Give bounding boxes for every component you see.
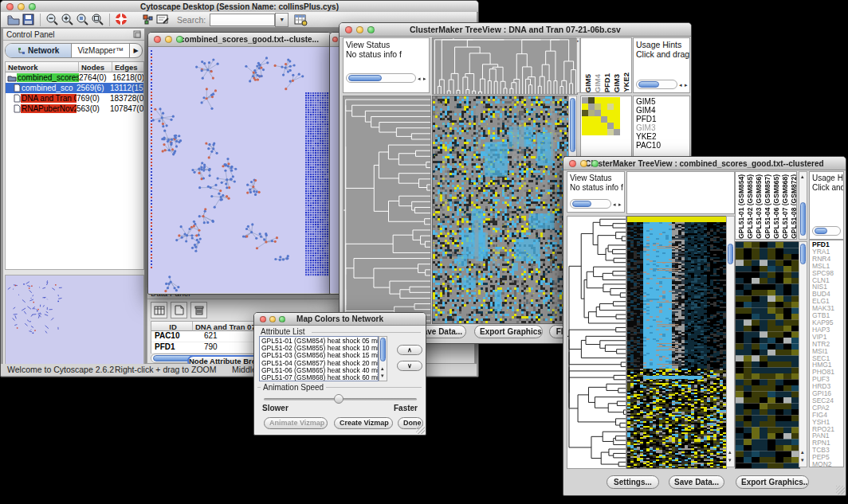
column-label[interactable]: GPL51-08 (GSM872) [790,174,797,239]
gene-label[interactable]: RPN1 [812,440,843,447]
gene-label[interactable]: CLN1 [812,277,843,284]
data-column-id[interactable]: ID [151,322,193,331]
gene-label[interactable]: GPI16 [812,390,843,397]
minimize-button[interactable] [356,26,363,33]
gene-label[interactable]: SEC1 [812,355,843,362]
delete-attribute-icon[interactable] [190,302,207,318]
column-header-edges[interactable]: Edges [112,62,143,72]
scroll-up-icon[interactable]: ▴ [801,449,804,455]
gene-label[interactable]: GIM3 [636,123,689,132]
tab-vizmapper[interactable]: VizMapper™ [72,44,130,57]
treeview2-row-dendrogram[interactable] [567,216,626,469]
usage-hints-hscrollbar[interactable] [636,80,677,89]
scroll-left-icon[interactable]: ◂ [613,201,616,208]
zoom-button[interactable] [29,3,36,10]
usage-hints-hscrollbar[interactable] [812,226,841,236]
gene-label[interactable]: RNR4 [812,256,843,263]
gene-label[interactable]: PAC10 [636,141,689,150]
treeview2-top-vscrollbar[interactable]: ▴ [799,171,807,240]
gene-label[interactable]: RPO21 [812,426,843,433]
zoom-fit-icon[interactable] [90,12,105,27]
scroll-down-icon[interactable]: ▾ [728,457,732,463]
gene-label[interactable]: ELG1 [812,298,843,305]
gene-label[interactable]: PAN1 [812,432,843,440]
open-icon[interactable] [6,12,21,27]
treeview1-heatmap[interactable] [432,96,570,324]
column-label[interactable]: GIM4 [593,74,602,92]
treeview2-title-bar[interactable]: ClusterMaker TreeView : combined_scores_… [563,157,846,170]
zoom-button[interactable] [176,36,183,43]
search-input[interactable] [210,14,275,26]
gene-label[interactable]: YKE2 [636,132,689,141]
attribute-list-item[interactable]: GPL51-07 (GSM868) heat shock 60 min [261,374,378,381]
gene-label[interactable]: SEC24 [812,397,843,404]
main-title-bar[interactable]: Cytoscape Desktop (Session Name: collins… [1,1,478,13]
treeview2-column-dendrogram-area[interactable] [626,171,735,214]
gene-label[interactable]: NTR2 [812,341,843,348]
minimize-button[interactable] [269,316,276,322]
column-label[interactable]: PAC10 [631,68,632,92]
column-label[interactable]: GPL51-07 (GSM868) [781,174,789,239]
treeview1-row-dendrogram[interactable] [343,96,431,324]
minimize-button[interactable] [165,36,172,43]
network-tree-row[interactable]: DNA and Tran 07769(0)183728(0) [6,93,143,104]
scroll-up-icon[interactable]: ▴ [801,174,804,180]
gene-label[interactable]: YRA1 [812,248,843,256]
attribute-table-icon[interactable] [151,302,167,318]
gene-label[interactable]: MSI1 [812,348,843,355]
gene-label[interactable]: MAK31 [812,305,843,312]
gene-label[interactable]: KAP95 [812,319,843,326]
attribute-list-item[interactable]: GPL51-01 (GSM854) heat shock 05 min [261,338,378,345]
network-tree-row[interactable]: RNAPuberNov2+563(0)107847(0) [6,104,143,114]
help-lifering-icon[interactable] [114,12,129,27]
move-down-button[interactable]: ∨ [397,361,422,371]
gene-label[interactable]: SPC98 [812,270,843,277]
speed-slider-thumb[interactable] [334,394,344,404]
network-window-title-bar[interactable]: combined_scores_good.txt--cluste... [148,33,331,47]
scroll-down-icon[interactable]: ▾ [381,373,384,379]
settings-button[interactable]: Settings... [607,475,659,489]
close-button[interactable] [6,3,14,10]
close-button[interactable] [154,36,161,43]
treeview2-vscrollbar[interactable]: ▴ ▾ [726,216,735,467]
scroll-up-icon[interactable]: ▴ [381,365,384,372]
treeview1-zoom-heatmap[interactable] [582,97,620,135]
gene-label[interactable]: CPA2 [812,404,843,412]
column-label[interactable]: GIM3 [612,74,621,92]
attribute-list-item[interactable]: GPL51-04 (GSM857) heat shock 20 min [261,360,378,367]
attribute-list-vscrollbar[interactable]: ▴ ▾ [379,336,387,381]
network-overview-canvas[interactable] [5,275,144,369]
float-panel-icon[interactable] [133,27,141,41]
vizmap-icon[interactable] [140,12,155,27]
search-dropdown[interactable]: ▼ [275,13,289,27]
gene-label[interactable]: PFD1 [812,241,843,248]
scroll-left-icon[interactable]: ◂ [679,82,682,88]
minimize-button[interactable] [580,160,587,167]
column-label[interactable]: GPL51-01 (GSM854) [737,174,745,239]
tab-network[interactable]: Network [6,44,72,57]
close-button[interactable] [332,37,338,42]
minimize-button[interactable] [18,3,25,10]
resize-grip[interactable] [836,486,845,494]
column-label[interactable]: GIM5 [583,74,592,92]
gene-label[interactable]: HAP3 [812,326,843,334]
treeview2-zoom-heatmap[interactable] [735,241,800,469]
dialog-title-bar[interactable]: Map Colors to Network [254,313,426,326]
attribute-listbox[interactable]: GPL51-01 (GSM854) heat shock 05 minGPL51… [259,336,379,381]
scroll-left-icon[interactable]: ◂ [418,76,421,82]
move-up-button[interactable]: ∧ [397,345,422,355]
zoom-out-icon[interactable] [45,12,60,27]
close-button[interactable] [260,316,266,322]
network-tree-row[interactable]: combined_scores_2764(0)16218(0) [6,72,143,83]
zoom-selected-icon[interactable] [75,12,90,27]
export-graphics-button[interactable]: Export Graphics... [736,475,809,489]
zoom-button[interactable] [367,26,375,33]
attribute-list-item[interactable]: GPL51-03 (GSM856) heat shock 15 min [261,352,378,359]
treeview1-title-bar[interactable]: ClusterMaker TreeView : DNA and Tran 07-… [340,23,691,37]
view-status-hscrollbar[interactable] [346,73,416,83]
attribute-list-item[interactable]: GPL51-02 (GSM855) heat shock 10 min [261,345,378,352]
animate-vizmap-button[interactable]: Animate Vizmap [264,417,328,429]
gene-label[interactable]: GIM4 [636,106,689,115]
column-label[interactable]: GPL51-06 (GSM865) [772,174,780,239]
zoom-button[interactable] [591,160,599,167]
